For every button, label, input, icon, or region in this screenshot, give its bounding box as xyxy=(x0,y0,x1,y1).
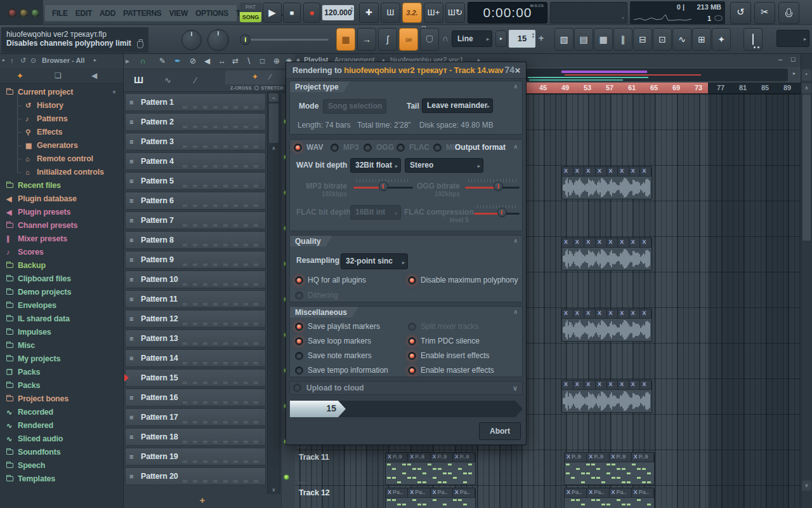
picture-panel-button[interactable]: ▧ xyxy=(554,28,573,51)
playhead-bar-value[interactable]: 15▴▾ xyxy=(509,30,535,48)
menu-add[interactable]: ADD xyxy=(96,9,119,18)
pattern-row-2[interactable]: ≡Pattern 2 xyxy=(125,113,266,131)
browser-item-demo-projects[interactable]: Demo projects xyxy=(0,286,123,299)
audio-clip[interactable]: XXXXXXXX xyxy=(561,237,652,271)
menu-patterns[interactable]: PATTERNS xyxy=(119,9,166,18)
countdown-button[interactable]: 3.2. xyxy=(402,3,422,23)
extra-selector[interactable]: ▸ xyxy=(776,30,809,47)
stretch-icon[interactable]: ↔ xyxy=(218,57,226,65)
pattern-row-13[interactable]: ≡Pattern 13 xyxy=(125,330,266,347)
collapse-icon[interactable]: ∧ xyxy=(513,144,518,150)
scroll-up-icon[interactable]: ∧ xyxy=(269,145,278,151)
slider-thumb[interactable] xyxy=(240,34,251,45)
touch-controller-button[interactable]: ⊞ xyxy=(692,28,711,51)
pattern-row-15[interactable]: Pattern 15 xyxy=(125,369,266,387)
browser-item-speech[interactable]: Speech xyxy=(0,459,123,472)
pattern-list-scrollbar[interactable]: –∧∨ xyxy=(267,92,280,494)
pattern-clip[interactable]: XP..9XP..9XP..9XP..9 xyxy=(564,452,655,485)
tail-dropdown[interactable]: Leave remainder▸ xyxy=(422,98,493,113)
abort-button[interactable]: Abort xyxy=(479,422,521,440)
pattern-row-11[interactable]: ≡Pattern 11 xyxy=(125,290,266,308)
radio-icon[interactable] xyxy=(295,352,303,360)
browser-item-recent-files[interactable]: Recent files xyxy=(0,179,123,192)
minimize-icon[interactable]: – xyxy=(778,55,782,63)
delete-icon[interactable]: ⊘ xyxy=(190,57,196,65)
browser-item-scores[interactable]: ♪Scores xyxy=(0,246,123,259)
audio-clip[interactable]: XXXXXXXX xyxy=(561,166,652,199)
radio-icon[interactable] xyxy=(295,323,303,331)
pattern-row-4[interactable]: ≡Pattern 4 xyxy=(125,152,266,170)
misc-option-trim-pdc-silence[interactable]: Trim PDC silence xyxy=(408,336,480,346)
format-radio-flac[interactable]: FLAC xyxy=(396,142,429,152)
radio-icon[interactable] xyxy=(331,144,339,152)
scroll-grip-icon[interactable]: – xyxy=(269,93,278,102)
radio-icon[interactable] xyxy=(295,366,303,375)
browser-item-project-bones[interactable]: Project bones xyxy=(0,392,123,406)
stop-button[interactable]: ■ xyxy=(283,3,301,23)
plugin-picker-button[interactable]: ∿ xyxy=(672,28,691,51)
shuffle-slider[interactable] xyxy=(241,39,329,41)
pattern-row-12[interactable]: ≡Pattern 12 xyxy=(125,310,266,328)
menu-view[interactable]: VIEW xyxy=(166,9,192,18)
pattern-row-5[interactable]: ≡Pattern 5 xyxy=(125,172,266,190)
browser-item-history[interactable]: ↺History xyxy=(0,99,123,112)
pattern-clip[interactable]: XP..9XP..9XP..9XP..9 xyxy=(385,452,476,485)
quality-option-disable-maximum-polyphony[interactable]: Disable maximum polyphony xyxy=(408,275,518,285)
radio-icon[interactable] xyxy=(363,144,372,152)
main-volume-knob[interactable] xyxy=(181,30,202,50)
dialog-titlebar[interactable]: Rendering to hiuofewqohiu ver2 трекаут -… xyxy=(286,62,526,79)
play-button[interactable]: ▶ xyxy=(263,3,282,23)
playlist-scrollbar[interactable]: ▪∧∨ xyxy=(801,54,812,508)
upload-to-cloud-row[interactable]: Upload to cloud ∨ xyxy=(289,381,523,395)
menu-options[interactable]: OPTIONS xyxy=(192,9,232,18)
collapse-arrow-icon[interactable]: ▸ xyxy=(3,57,5,63)
expand-icon[interactable]: ∨ xyxy=(513,384,518,392)
format-radio-mp3[interactable]: MP3 xyxy=(331,142,359,152)
browser-title-caret-icon[interactable]: ▸ xyxy=(94,57,96,63)
record-button[interactable]: ● xyxy=(303,3,320,23)
follow-playback-button[interactable]: → xyxy=(357,28,376,51)
radio-icon[interactable] xyxy=(408,276,416,284)
wav-channels-dropdown[interactable]: Stereo▸ xyxy=(405,158,483,173)
misc-option-save-note-markers[interactable]: Save note markers xyxy=(295,351,372,361)
audio-tab-icon[interactable]: ✦ xyxy=(16,71,23,81)
browser-item-patterns[interactable]: ♪Patterns xyxy=(0,112,123,126)
pattern-row-8[interactable]: ≡Pattern 8 xyxy=(125,231,266,249)
zcross-toggle-icon[interactable] xyxy=(254,86,259,90)
tab-automation-icon[interactable]: ∕ xyxy=(270,72,271,81)
zoom-icon[interactable]: ⊕ xyxy=(273,57,280,65)
circle-red-icon[interactable] xyxy=(8,9,16,17)
pattern-row-18[interactable]: ≡Pattern 18 xyxy=(125,428,266,446)
misc-option-save-playlist-markers[interactable]: Save playlist markers xyxy=(295,321,380,331)
pattern-row-20[interactable]: ≡Pattern 20 xyxy=(125,467,266,485)
browser-item-plugin-database[interactable]: ◀Plugin database xyxy=(0,192,123,206)
scroll-up-icon[interactable]: ∧ xyxy=(802,83,811,93)
up-arrow-icon[interactable]: ↑ xyxy=(10,57,14,64)
select-icon[interactable]: □ xyxy=(260,57,265,65)
collapse-icon[interactable]: ∧ xyxy=(513,309,518,315)
pattern-row-16[interactable]: ≡Pattern 16 xyxy=(125,389,266,406)
browser-item-misc[interactable]: Misc xyxy=(0,339,123,352)
time-display[interactable]: 0:00:00 M:S:CS xyxy=(468,2,547,23)
brush-icon[interactable]: ✒ xyxy=(174,57,181,65)
scroll-down-icon[interactable]: ∨ xyxy=(269,487,278,493)
tab-audio-icon[interactable]: ✦ xyxy=(252,72,258,81)
browser-item-envelopes[interactable]: Envelopes xyxy=(0,299,123,312)
upload-radio[interactable] xyxy=(293,384,301,392)
pat-song-toggle[interactable]: PAT SONG xyxy=(240,3,261,23)
scroll-thumb[interactable] xyxy=(802,95,811,241)
add-pattern-plus[interactable]: + xyxy=(200,495,206,505)
audio-clips-icon[interactable]: ∿ xyxy=(164,76,171,85)
overview-next-button[interactable]: ▸ xyxy=(789,69,799,81)
add-icon[interactable]: + xyxy=(539,33,544,43)
menu-edit[interactable]: EDIT xyxy=(72,9,96,18)
channel-rack-button[interactable]: ▦ xyxy=(594,28,613,51)
browser-item-impulses[interactable]: Impulses xyxy=(0,326,123,339)
audio-clip[interactable]: XXXXXXXX xyxy=(561,380,652,413)
flac-compression-slider[interactable] xyxy=(474,205,520,219)
browser-item-sliced-audio[interactable]: ∿Sliced audio xyxy=(0,432,123,446)
mic-button[interactable] xyxy=(778,2,799,24)
radio-icon[interactable] xyxy=(295,291,303,300)
circle-yellow-icon[interactable] xyxy=(20,9,28,17)
browser-item-packs[interactable]: Packs xyxy=(0,379,123,392)
